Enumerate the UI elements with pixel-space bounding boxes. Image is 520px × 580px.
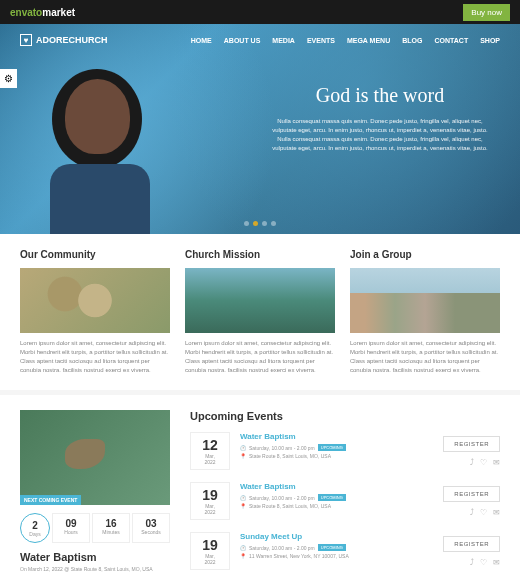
event-info: Water Baptism 🕐 Saturday, 10.00 am - 2.0… <box>240 482 420 511</box>
register-button[interactable]: REGISTER <box>443 486 500 502</box>
hero-text: God is the word Nulla consequat massa qu… <box>270 84 490 153</box>
featured-event: NEXT COMING EVENT 2Days 09Hours 16Minute… <box>20 410 170 580</box>
nav-shop[interactable]: SHOP <box>480 37 500 44</box>
buy-now-button[interactable]: Buy now <box>463 4 510 21</box>
nav-contact[interactable]: CONTACT <box>434 37 468 44</box>
event-row: 12Mar, 2022 Water Baptism 🕐 Saturday, 10… <box>190 432 500 470</box>
slider-dot[interactable] <box>271 221 276 226</box>
nav-events[interactable]: EVENTS <box>307 37 335 44</box>
nav-media[interactable]: MEDIA <box>272 37 295 44</box>
card-text: Lorem ipsum dolor sit amet, consectetur … <box>185 339 335 375</box>
event-date: 19Mar, 2022 <box>190 532 230 570</box>
event-actions: REGISTER ⤴♡✉ <box>430 532 500 567</box>
heart-icon[interactable]: ♡ <box>480 458 487 467</box>
clock-icon: 🕐 <box>240 545 246 551</box>
site-logo[interactable]: ♥ ADORECHURCH <box>20 34 108 46</box>
lower-section: NEXT COMING EVENT 2Days 09Hours 16Minute… <box>0 395 520 580</box>
event-info: Water Baptism 🕐 Saturday, 10.00 am - 2.0… <box>240 432 420 461</box>
heart-icon[interactable]: ♡ <box>480 508 487 517</box>
featured-meta: On March 12, 2022 @ State Route 8, Saint… <box>20 566 170 572</box>
register-button[interactable]: REGISTER <box>443 536 500 552</box>
event-info: Sunday Meet Up 🕐 Saturday, 10.00 am - 2.… <box>240 532 420 561</box>
slider-dots <box>244 221 276 226</box>
share-icon[interactable]: ⤴ <box>470 558 474 567</box>
logo-text: ADORECHURCH <box>36 35 108 45</box>
card-image[interactable] <box>20 268 170 333</box>
event-row: 19Mar, 2022 Water Baptism 🕐 Saturday, 10… <box>190 482 500 520</box>
pin-icon: 📍 <box>240 553 246 559</box>
upcoming-tag: UPCOMING <box>318 494 346 501</box>
event-title[interactable]: Water Baptism <box>240 482 420 491</box>
hero-section: ♥ ADORECHURCH HOME ABOUT US MEDIA EVENTS… <box>0 24 520 234</box>
hero-title: God is the word <box>270 84 490 107</box>
countdown: 2Days 09Hours 16Minutes 03Seconds <box>20 513 170 543</box>
top-bar: envatomarket Buy now <box>0 0 520 24</box>
clock-icon: 🕐 <box>240 495 246 501</box>
card-mission: Church Mission Lorem ipsum dolor sit ame… <box>185 249 335 375</box>
navbar: ♥ ADORECHURCH HOME ABOUT US MEDIA EVENTS… <box>0 24 520 56</box>
event-location: 📍 State Route 8, Saint Louis, MO, USA <box>240 453 420 459</box>
countdown-days: 2Days <box>20 513 50 543</box>
accessibility-icon[interactable]: ⚙ <box>0 69 17 88</box>
hero-person-image <box>30 64 170 234</box>
upcoming-tag: UPCOMING <box>318 544 346 551</box>
pin-icon: 📍 <box>240 503 246 509</box>
featured-title: Water Baptism <box>20 551 170 563</box>
countdown-seconds: 03Seconds <box>132 513 170 543</box>
pin-icon: 📍 <box>240 453 246 459</box>
mail-icon[interactable]: ✉ <box>493 508 500 517</box>
upcoming-title: Upcoming Events <box>190 410 500 422</box>
slider-dot[interactable] <box>262 221 267 226</box>
mail-icon[interactable]: ✉ <box>493 458 500 467</box>
nav-mega[interactable]: MEGA MENU <box>347 37 390 44</box>
share-icon[interactable]: ⤴ <box>470 458 474 467</box>
heart-icon: ♥ <box>20 34 32 46</box>
hero-description: Nulla consequat massa quis enim. Donec p… <box>270 117 490 153</box>
event-time: 🕐 Saturday, 10.00 am - 2.00 pm UPCOMING <box>240 494 420 501</box>
event-actions: REGISTER ⤴♡✉ <box>430 432 500 467</box>
card-text: Lorem ipsum dolor sit amet, consectetur … <box>350 339 500 375</box>
event-date: 19Mar, 2022 <box>190 482 230 520</box>
event-location: 📍 State Route 8, Saint Louis, MO, USA <box>240 503 420 509</box>
featured-image[interactable]: NEXT COMING EVENT <box>20 410 170 505</box>
card-image[interactable] <box>350 268 500 333</box>
nav-menu: HOME ABOUT US MEDIA EVENTS MEGA MENU BLO… <box>191 37 500 44</box>
clock-icon: 🕐 <box>240 445 246 451</box>
card-title: Our Community <box>20 249 170 260</box>
card-title: Join a Group <box>350 249 500 260</box>
envato-logo[interactable]: envatomarket <box>10 7 75 18</box>
event-date: 12Mar, 2022 <box>190 432 230 470</box>
event-actions: REGISTER ⤴♡✉ <box>430 482 500 517</box>
upcoming-events: Upcoming Events 12Mar, 2022 Water Baptis… <box>190 410 500 580</box>
card-community: Our Community Lorem ipsum dolor sit amet… <box>20 249 170 375</box>
event-time: 🕐 Saturday, 10.00 am - 2.00 pm UPCOMING <box>240 544 420 551</box>
countdown-minutes: 16Minutes <box>92 513 130 543</box>
slider-dot-active[interactable] <box>253 221 258 226</box>
event-time: 🕐 Saturday, 10.00 am - 2.00 pm UPCOMING <box>240 444 420 451</box>
share-icon[interactable]: ⤴ <box>470 508 474 517</box>
event-title[interactable]: Sunday Meet Up <box>240 532 420 541</box>
event-row: 19Mar, 2022 Sunday Meet Up 🕐 Saturday, 1… <box>190 532 500 570</box>
card-title: Church Mission <box>185 249 335 260</box>
card-text: Lorem ipsum dolor sit amet, consectetur … <box>20 339 170 375</box>
event-title[interactable]: Water Baptism <box>240 432 420 441</box>
mail-icon[interactable]: ✉ <box>493 558 500 567</box>
slider-dot[interactable] <box>244 221 249 226</box>
nav-about[interactable]: ABOUT US <box>224 37 261 44</box>
nav-blog[interactable]: BLOG <box>402 37 422 44</box>
next-event-badge: NEXT COMING EVENT <box>20 495 81 505</box>
card-image[interactable] <box>185 268 335 333</box>
register-button[interactable]: REGISTER <box>443 436 500 452</box>
countdown-hours: 09Hours <box>52 513 90 543</box>
nav-home[interactable]: HOME <box>191 37 212 44</box>
upcoming-tag: UPCOMING <box>318 444 346 451</box>
event-location: 📍 11 Warren Street, New York, NY 10007, … <box>240 553 420 559</box>
card-group: Join a Group Lorem ipsum dolor sit amet,… <box>350 249 500 375</box>
cards-section: Our Community Lorem ipsum dolor sit amet… <box>0 234 520 390</box>
heart-icon[interactable]: ♡ <box>480 558 487 567</box>
